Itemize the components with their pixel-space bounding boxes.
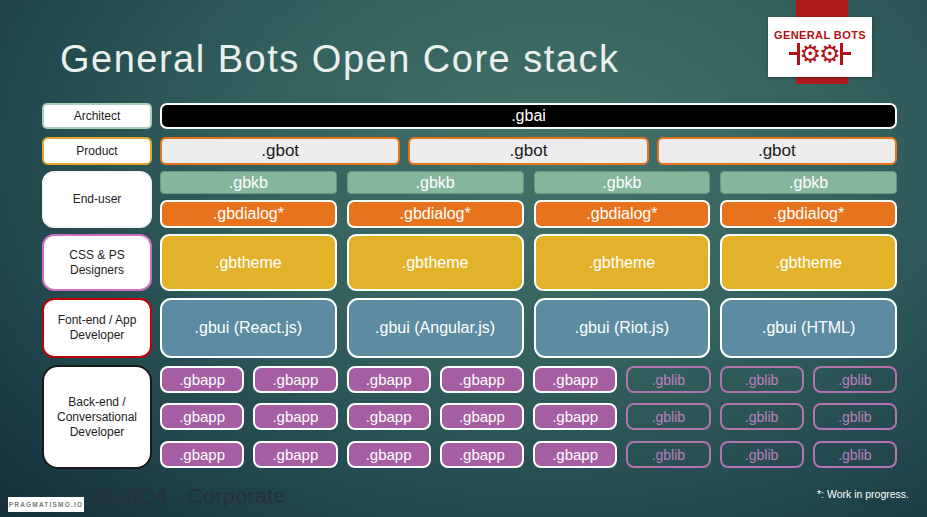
gear-axle-line [789,52,797,55]
gbai-row: .gbai [160,103,897,129]
gear-icon: ⚙ [799,42,821,66]
logo-card: GENERAL BOTS ⚙⚙ [768,17,872,77]
gbkb-box: .gbkb [347,171,524,194]
pragmatismo-logo-badge: PRAGMATISMO.IO [8,497,84,512]
gbapp-gblib-row: .gbapp .gbapp .gbapp .gbapp .gbapp .gbli… [160,441,897,468]
gbtheme-box: .gbtheme [160,234,337,291]
gbdialog-box: .gbdialog* [720,200,897,228]
gbtheme-box: .gbtheme [720,234,897,291]
role-label-backend-conversational-developer: Back-end / Conversational Developer [42,365,152,469]
gbapp-box: .gbapp [347,403,431,430]
gbdialog-box: .gbdialog* [534,200,711,228]
gear-axle-line [843,52,851,55]
gbdialog-box: .gbdialog* [347,200,524,228]
role-label-architect: Architect [42,103,152,129]
gblib-box: .gblib [626,366,710,393]
gblib-box: .gblib [813,403,897,430]
gbapp-box: .gbapp [253,366,337,393]
gbui-riot-box: .gbui (Riot.js) [534,298,711,358]
gbapp-box: .gbapp [347,441,431,468]
gblib-box: .gblib [720,441,804,468]
page-title: General Bots Open Core stack [60,38,619,81]
gbdialog-row: .gbdialog* .gbdialog* .gbdialog* .gbdial… [160,200,897,228]
gbtheme-box: .gbtheme [347,234,524,291]
gbot-row: .gbot .gbot .gbot [160,137,897,165]
gbapp-box: .gbapp [533,441,617,468]
gbot-box: .gbot [408,137,648,165]
gbapp-box: .gbapp [160,403,244,430]
role-label-product: Product [42,137,152,165]
gblib-box: .gblib [720,366,804,393]
gbtheme-row: .gbtheme .gbtheme .gbtheme .gbtheme [160,234,897,291]
gbkb-box: .gbkb [160,171,337,194]
gears-icon: ⚙⚙ [789,42,850,66]
role-label-end-user: End-user [42,171,152,228]
gbui-row: .gbui (React.js) .gbui (Angular.js) .gbu… [160,298,897,358]
gbkb-row: .gbkb .gbkb .gbkb .gbkb [160,171,897,194]
gbapp-box: .gbapp [440,441,524,468]
gbot-box: .gbot [160,137,400,165]
footer-quarter-label: 2018Q4 - Corporate [90,484,286,508]
gbapp-box: .gbapp [347,366,431,393]
gblib-box: .gblib [626,441,710,468]
gbapp-box: .gbapp [440,403,524,430]
gbkb-box: .gbkb [534,171,711,194]
gbdialog-box: .gbdialog* [160,200,337,228]
logo-wordmark: GENERAL BOTS [774,29,866,41]
gbui-html-box: .gbui (HTML) [720,298,897,358]
gear-icon: ⚙ [819,42,841,66]
gbapp-box: .gbapp [533,403,617,430]
gbapp-box: .gbapp [253,441,337,468]
slide-canvas: General Bots Open Core stack GENERAL BOT… [0,0,927,517]
gbot-box: .gbot [657,137,897,165]
gbtheme-box: .gbtheme [534,234,711,291]
gbapp-box: .gbapp [160,366,244,393]
gblib-box: .gblib [720,403,804,430]
gbapp-box: .gbapp [253,403,337,430]
gbkb-box: .gbkb [720,171,897,194]
gblib-box: .gblib [813,366,897,393]
gbai-box: .gbai [160,103,897,129]
gbapp-box: .gbapp [440,366,524,393]
gblib-box: .gblib [626,403,710,430]
role-label-css-ps-designers: CSS & PS Designers [42,234,152,291]
work-in-progress-note: *: Work in progress. [817,488,909,500]
gbapp-box: .gbapp [533,366,617,393]
gbapp-gblib-row: .gbapp .gbapp .gbapp .gbapp .gbapp .gbli… [160,403,897,430]
gbui-angular-box: .gbui (Angular.js) [347,298,524,358]
gbui-react-box: .gbui (React.js) [160,298,337,358]
gbapp-gblib-row: .gbapp .gbapp .gbapp .gbapp .gbapp .gbli… [160,366,897,393]
general-bots-logo: GENERAL BOTS ⚙⚙ [760,0,890,95]
role-label-frontend-app-developer: Font-end / App Developer [42,298,152,358]
gblib-box: .gblib [813,441,897,468]
gbapp-box: .gbapp [160,441,244,468]
